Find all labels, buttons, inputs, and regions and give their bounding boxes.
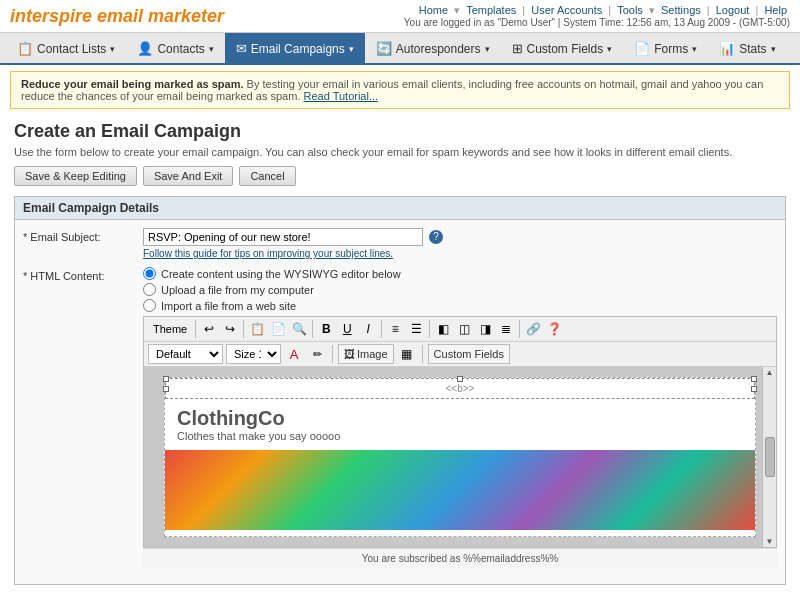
tools-link[interactable]: Tools <box>617 4 643 16</box>
radio-import-label: Import a file from a web site <box>161 300 296 312</box>
editor-content-area[interactable]: <<b>> ClothingCo Clothes that make you s… <box>164 377 756 537</box>
html-content-row: * HTML Content: Create content using the… <box>23 267 777 568</box>
toolbar-separator <box>429 320 430 338</box>
email-hero-image <box>165 450 755 530</box>
logged-in-text: You are logged in as "Demo User" | Syste… <box>404 17 790 28</box>
align-justify-button[interactable]: ≣ <box>496 319 516 339</box>
image-icon: 🖼 <box>344 348 355 360</box>
radio-wysiwyg-label: Create content using the WYSIWYG editor … <box>161 268 401 280</box>
spam-warning-banner: Reduce your email being marked as spam. … <box>10 71 790 109</box>
redo-button[interactable]: ↪ <box>220 319 240 339</box>
wysiwyg-toolbar-2: Default Size 1 A ✏ 🖼 Image ▦ <box>144 342 776 367</box>
brand-header: ClothingCo Clothes that make you say ooo… <box>165 399 755 450</box>
paste-button[interactable]: 📄 <box>268 319 288 339</box>
logo: interspire email marketer <box>10 6 224 27</box>
help-icon[interactable]: ? <box>429 230 443 244</box>
nav-autoresponders[interactable]: 🔄 Autoresponders ▾ <box>365 33 501 63</box>
theme-button[interactable]: Theme <box>148 319 192 339</box>
italic-button[interactable]: I <box>358 319 378 339</box>
nav-contacts[interactable]: 👤 Contacts ▾ <box>126 33 224 63</box>
cancel-button[interactable]: Cancel <box>239 166 295 186</box>
copy-button[interactable]: 📋 <box>247 319 267 339</box>
radio-upload-input[interactable] <box>143 283 156 296</box>
highlight-button[interactable]: ✏ <box>307 344 327 364</box>
chevron-down-icon: ▾ <box>349 44 354 54</box>
help-toolbar-button[interactable]: ❓ <box>544 319 564 339</box>
font-color-button[interactable]: A <box>284 344 304 364</box>
content-type-radio-group: Create content using the WYSIWYG editor … <box>143 267 777 312</box>
email-subject-input[interactable] <box>143 228 423 246</box>
editor-canvas[interactable]: ▲ ▼ <<b>> <box>144 367 776 547</box>
size-selector[interactable]: Size 1 <box>226 344 281 364</box>
action-buttons: Save & Keep Editing Save And Exit Cancel <box>14 166 786 186</box>
unordered-list-button[interactable]: ☰ <box>406 319 426 339</box>
ordered-list-button[interactable]: ≡ <box>385 319 405 339</box>
nav-contacts-label: Contacts <box>157 42 204 56</box>
nav-stats[interactable]: 📊 Stats ▾ <box>708 33 786 63</box>
scroll-up-button[interactable]: ▲ <box>766 368 774 377</box>
email-campaigns-icon: ✉ <box>236 41 247 56</box>
top-links: Home ▾ Templates | User Accounts | Tools… <box>404 4 790 17</box>
top-nav: interspire email marketer Home ▾ Templat… <box>0 0 800 33</box>
email-subject-label: * Email Subject: <box>23 228 143 243</box>
nav-forms-label: Forms <box>654 42 688 56</box>
radio-import[interactable]: Import a file from a web site <box>143 299 777 312</box>
logo-text: nterspire email marketer <box>15 6 224 26</box>
bold-button[interactable]: B <box>316 319 336 339</box>
link-button[interactable]: 🔗 <box>523 319 543 339</box>
find-button[interactable]: 🔍 <box>289 319 309 339</box>
align-right-button[interactable]: ◨ <box>475 319 495 339</box>
table-button[interactable]: ▦ <box>397 344 417 364</box>
nav-stats-label: Stats <box>739 42 766 56</box>
html-content-label: * HTML Content: <box>23 267 143 282</box>
handle-mr <box>751 386 757 392</box>
toolbar-separator <box>519 320 520 338</box>
user-accounts-link[interactable]: User Accounts <box>531 4 602 16</box>
subject-guide-link[interactable]: Follow this guide for tips on improving … <box>143 248 777 259</box>
home-link[interactable]: Home <box>419 4 448 16</box>
underline-button[interactable]: U <box>337 319 357 339</box>
templates-link[interactable]: Templates <box>466 4 516 16</box>
contact-lists-icon: 📋 <box>17 41 33 56</box>
toolbar-separator <box>243 320 244 338</box>
nav-email-campaigns[interactable]: ✉ Email Campaigns ▾ <box>225 33 365 63</box>
settings-link[interactable]: Settings <box>661 4 701 16</box>
page-content: Create an Email Campaign Use the form be… <box>0 115 800 591</box>
radio-wysiwyg[interactable]: Create content using the WYSIWYG editor … <box>143 267 777 280</box>
radio-upload[interactable]: Upload a file from my computer <box>143 283 777 296</box>
chevron-down-icon: ▾ <box>607 44 612 54</box>
scroll-thumb[interactable] <box>765 437 775 477</box>
custom-fields-toolbar-button[interactable]: Custom Fields <box>428 344 510 364</box>
wysiwyg-editor[interactable]: Theme ↩ ↪ 📋 📄 🔍 B U I ≡ ☰ <box>143 316 777 548</box>
page-description: Use the form below to create your email … <box>14 146 786 158</box>
radio-wysiwyg-input[interactable] <box>143 267 156 280</box>
editor-scrollbar[interactable]: ▲ ▼ <box>762 367 776 547</box>
radio-import-input[interactable] <box>143 299 156 312</box>
toolbar-separator <box>332 345 333 363</box>
custom-fields-icon: ⊞ <box>512 41 523 56</box>
handle-tl <box>163 376 169 382</box>
chevron-down-icon: ▾ <box>485 44 490 54</box>
font-selector[interactable]: Default <box>148 344 223 364</box>
custom-fields-tb-label: Custom Fields <box>434 348 504 360</box>
radio-upload-label: Upload a file from my computer <box>161 284 314 296</box>
undo-button[interactable]: ↩ <box>199 319 219 339</box>
toolbar-separator <box>312 320 313 338</box>
chevron-down-icon: ▾ <box>692 44 697 54</box>
nav-contact-lists[interactable]: 📋 Contact Lists ▾ <box>6 33 126 63</box>
align-left-button[interactable]: ◧ <box>433 319 453 339</box>
scroll-down-button[interactable]: ▼ <box>766 537 774 546</box>
read-tutorial-link[interactable]: Read Tutorial... <box>304 90 379 102</box>
brand-name: ClothingCo <box>177 407 743 430</box>
nav-contact-lists-label: Contact Lists <box>37 42 106 56</box>
email-subject-row: * Email Subject: ? Follow this guide for… <box>23 228 777 259</box>
image-button[interactable]: 🖼 Image <box>338 344 394 364</box>
nav-custom-fields[interactable]: ⊞ Custom Fields ▾ <box>501 33 624 63</box>
logout-link[interactable]: Logout <box>716 4 750 16</box>
help-link[interactable]: Help <box>764 4 787 16</box>
save-and-exit-button[interactable]: Save And Exit <box>143 166 234 186</box>
form-panel: Email Campaign Details * Email Subject: … <box>14 196 786 585</box>
nav-forms[interactable]: 📄 Forms ▾ <box>623 33 708 63</box>
align-center-button[interactable]: ◫ <box>454 319 474 339</box>
save-keep-editing-button[interactable]: Save & Keep Editing <box>14 166 137 186</box>
